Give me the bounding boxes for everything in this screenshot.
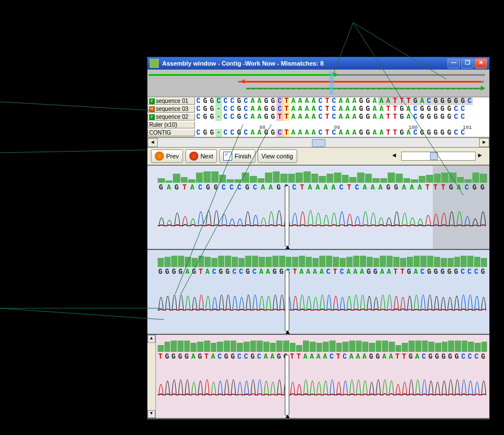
trace-cursor-handle[interactable] xyxy=(285,415,290,419)
base-cell[interactable]: G xyxy=(425,113,432,121)
base-cell[interactable]: C xyxy=(276,97,283,105)
trace-cursor[interactable] xyxy=(285,355,289,416)
base-cell[interactable]: T xyxy=(276,113,283,121)
alignment-row[interactable]: Fsequence 02CGG-CCGCAAGGTTAAAACTCAAAGGAA… xyxy=(147,113,489,121)
scroll-thumb[interactable] xyxy=(312,139,325,147)
base-cell[interactable]: C xyxy=(229,105,236,113)
base-cell[interactable]: A xyxy=(351,113,358,121)
base-cell[interactable]: T xyxy=(398,97,405,105)
chromatogram-panel[interactable]: ▲▼TGGGGAGTACGGCCGCAAGGTTAAAACTCAAAGGAATT… xyxy=(147,335,489,419)
base-cell[interactable]: A xyxy=(371,129,378,137)
base-cell[interactable]: A xyxy=(351,105,358,113)
base-cell[interactable]: A xyxy=(385,97,392,105)
base-cell[interactable]: T xyxy=(283,105,290,113)
base-cell[interactable]: G xyxy=(270,105,276,113)
base-cell[interactable]: T xyxy=(283,113,290,121)
base-cell[interactable]: G xyxy=(208,113,215,121)
base-cell[interactable]: C xyxy=(276,129,283,137)
base-cell[interactable]: G xyxy=(439,97,446,105)
base-cell[interactable]: C xyxy=(331,97,337,105)
base-cell[interactable]: C xyxy=(317,113,324,121)
panel-vscroll[interactable]: ▲▼ xyxy=(147,335,156,418)
base-cell[interactable]: G xyxy=(364,97,371,105)
base-cell[interactable]: C xyxy=(229,97,236,105)
base-cell[interactable]: C xyxy=(222,105,229,113)
base-cell[interactable]: C xyxy=(229,113,236,121)
base-cell[interactable]: C xyxy=(242,97,249,105)
base-cell[interactable]: A xyxy=(378,97,385,105)
base-cell[interactable]: G xyxy=(202,113,208,121)
base-cell[interactable]: A xyxy=(290,113,297,121)
chromatogram-panel[interactable]: GAGTACGGCCCGCAAGGCTAAAACTCAAAGGAAATTTGAC… xyxy=(147,166,489,250)
base-cell[interactable]: G xyxy=(270,113,276,121)
base-cell[interactable]: A xyxy=(290,129,297,137)
base-cell[interactable]: G xyxy=(263,113,270,121)
base-cell[interactable]: T xyxy=(324,105,331,113)
base-cell[interactable]: A xyxy=(249,113,256,121)
scroll-right-button[interactable]: ► xyxy=(479,138,489,147)
base-cell[interactable]: G xyxy=(202,105,208,113)
base-cell[interactable]: A xyxy=(405,113,412,121)
base-cell[interactable]: C xyxy=(222,129,229,137)
base-cell[interactable]: G xyxy=(358,105,364,113)
base-cell[interactable]: A xyxy=(249,129,256,137)
base-cell[interactable]: C xyxy=(459,113,466,121)
base-cell[interactable]: G xyxy=(263,97,270,105)
base-cell[interactable]: C xyxy=(222,97,229,105)
base-cell[interactable]: A xyxy=(371,97,378,105)
base-cell[interactable]: T xyxy=(392,97,398,105)
base-cell[interactable]: G xyxy=(446,113,453,121)
base-cell[interactable]: G xyxy=(358,129,364,137)
base-cell[interactable]: C xyxy=(466,97,473,105)
base-cell[interactable]: A xyxy=(256,97,263,105)
base-cell[interactable]: A xyxy=(371,105,378,113)
base-cell[interactable]: A xyxy=(303,113,310,121)
base-cell[interactable]: A xyxy=(378,129,385,137)
base-cell[interactable]: G xyxy=(419,105,425,113)
base-cell[interactable]: C xyxy=(453,105,459,113)
base-cell[interactable]: G xyxy=(236,113,242,121)
base-cell[interactable]: G xyxy=(453,97,459,105)
base-cell[interactable]: C xyxy=(195,105,202,113)
base-cell[interactable]: G xyxy=(446,105,453,113)
base-cell[interactable]: A xyxy=(310,129,317,137)
base-cell[interactable]: G xyxy=(459,97,466,105)
base-cell[interactable]: C xyxy=(276,105,283,113)
base-cell[interactable]: G xyxy=(364,113,371,121)
base-cell[interactable]: C xyxy=(242,129,249,137)
base-cell[interactable]: C xyxy=(331,105,337,113)
base-cell[interactable]: C xyxy=(317,129,324,137)
zoom-thumb[interactable] xyxy=(430,152,438,160)
prev-button[interactable]: Prev xyxy=(151,149,183,163)
base-cell[interactable]: C xyxy=(453,129,459,137)
base-cell[interactable]: G xyxy=(446,129,453,137)
view-contig-button[interactable]: View contig xyxy=(258,149,297,163)
base-cell[interactable]: G xyxy=(439,105,446,113)
minimize-button[interactable]: — xyxy=(447,58,460,68)
zoom-out-button[interactable]: ◄ xyxy=(391,152,400,161)
maximize-button[interactable]: ❐ xyxy=(461,58,473,68)
base-cell[interactable]: A xyxy=(303,105,310,113)
base-cell[interactable]: A xyxy=(378,113,385,121)
finish-button[interactable]: Finish xyxy=(219,149,255,163)
base-cell[interactable]: G xyxy=(439,113,446,121)
base-cell[interactable]: G xyxy=(412,97,419,105)
base-cell[interactable]: G xyxy=(439,129,446,137)
base-cell[interactable]: C xyxy=(229,129,236,137)
base-cell[interactable]: T xyxy=(385,129,392,137)
base-cell[interactable]: G xyxy=(270,129,276,137)
zoom-slider[interactable]: ◄ ► xyxy=(391,152,486,161)
base-cell[interactable]: G xyxy=(208,129,215,137)
base-cell[interactable]: C xyxy=(459,105,466,113)
base-cell[interactable]: T xyxy=(392,129,398,137)
base-cell[interactable]: A xyxy=(344,97,351,105)
base-cell[interactable]: A xyxy=(297,97,303,105)
base-cell[interactable]: A xyxy=(249,105,256,113)
scroll-left-button[interactable]: ◄ xyxy=(147,138,158,147)
base-cell[interactable]: A xyxy=(256,105,263,113)
base-cell[interactable]: C xyxy=(453,113,459,121)
base-cell[interactable]: A xyxy=(256,113,263,121)
base-cell[interactable]: A xyxy=(351,129,358,137)
base-cell[interactable]: T xyxy=(385,105,392,113)
base-cell[interactable]: G xyxy=(208,97,215,105)
